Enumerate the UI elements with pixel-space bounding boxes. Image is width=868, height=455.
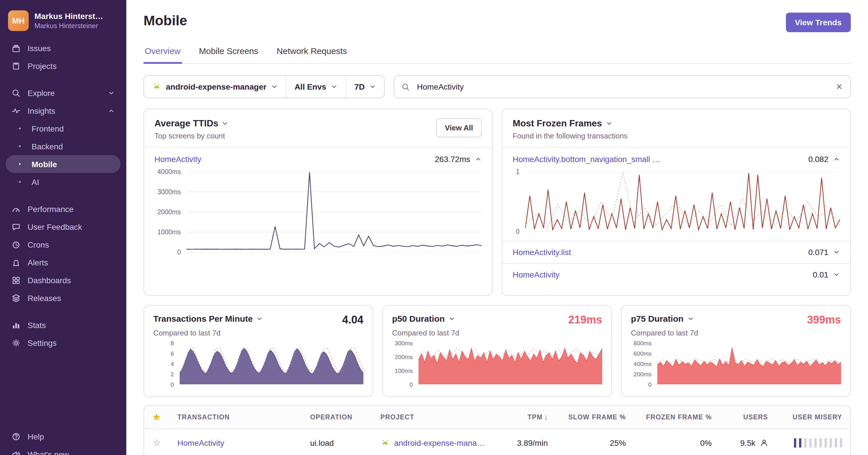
alerts-icon <box>11 258 21 267</box>
sidebar-item-explore[interactable]: Explore <box>6 84 121 102</box>
transaction-link[interactable]: HomeActivity <box>177 438 224 447</box>
column-frozen-frame[interactable]: FROZEN FRAME % <box>634 414 720 421</box>
user-menu[interactable]: MH Markus Hinterst… Markus Hintersteiner <box>0 7 126 38</box>
chevron-down-icon[interactable] <box>256 315 263 322</box>
chevron-down-icon[interactable] <box>448 315 455 322</box>
p50-chart <box>418 343 602 384</box>
column-user-misery[interactable]: USER MISERY <box>776 414 850 421</box>
column-tpm[interactable]: TPM↓ <box>493 413 556 421</box>
slow-frame-cell: 25% <box>556 438 634 447</box>
tab-overview[interactable]: Overview <box>144 46 182 64</box>
sidebar-item-label: Projects <box>28 61 57 70</box>
sidebar-item-insights[interactable]: Insights <box>6 102 121 119</box>
chevron-up-icon[interactable] <box>475 156 482 163</box>
column-transaction[interactable]: TRANSACTION <box>169 414 302 421</box>
chevron-down-icon <box>271 83 278 90</box>
card-subtitle: Compared to last 7d <box>153 329 363 337</box>
sidebar-item-label: Alerts <box>28 258 48 267</box>
users-cell: 9.5k <box>720 438 776 447</box>
avatar: MH <box>8 10 29 31</box>
insights-icon <box>11 106 21 115</box>
view-trends-button[interactable]: View Trends <box>786 12 851 32</box>
project-link[interactable]: android-expense-manager <box>394 438 485 447</box>
whats-new-icon <box>11 450 21 455</box>
chevron-down-icon[interactable] <box>687 315 694 322</box>
chevron-down-icon[interactable] <box>222 120 229 127</box>
sidebar-item-label: Dashboards <box>28 276 71 285</box>
avatar-initials: MH <box>12 16 25 25</box>
bullet-icon <box>19 163 21 165</box>
chevron-up-icon[interactable] <box>833 156 840 163</box>
chevron-down-icon <box>331 83 338 90</box>
star-icon[interactable]: ★ <box>153 412 161 422</box>
project-filter[interactable]: android-expense-manager <box>144 76 286 98</box>
table-header: ★ TRANSACTION OPERATION PROJECT TPM↓ SLO… <box>144 406 850 429</box>
help-icon <box>11 432 21 441</box>
transaction-link[interactable]: HomeActivity.bottom_navigation_small … <box>513 154 660 164</box>
column-users[interactable]: USERS <box>720 414 776 421</box>
average-ttids-card: Average TTIDs Top screens by count View … <box>144 109 493 296</box>
column-project[interactable]: PROJECT <box>372 414 493 421</box>
column-operation[interactable]: OPERATION <box>302 414 372 421</box>
bullet-icon <box>19 181 21 183</box>
transaction-link[interactable]: HomeActivity <box>154 154 201 164</box>
sidebar-item-label: Help <box>28 432 44 441</box>
app-root: MH Markus Hinterst… Markus Hintersteiner… <box>0 0 868 455</box>
frozen-frame-cell: 0% <box>634 438 720 447</box>
clear-search-button[interactable]: × <box>835 82 843 92</box>
transaction-link[interactable]: HomeActivity.list <box>513 248 571 257</box>
sidebar: MH Markus Hinterst… Markus Hintersteiner… <box>0 0 126 455</box>
favorite-button[interactable]: ☆ <box>153 437 161 448</box>
sidebar-item-settings[interactable]: Settings <box>6 334 121 351</box>
date-range-filter[interactable]: 7D <box>346 76 384 98</box>
most-frozen-frames-card: Most Frozen Frames Found in the followin… <box>502 109 851 296</box>
transaction-link[interactable]: HomeActivity <box>513 270 559 279</box>
crons-icon <box>11 240 21 249</box>
sidebar-item-user-feedback[interactable]: User Feedback <box>6 218 121 235</box>
frozen-row: HomeActivity 0.01 <box>502 263 850 286</box>
sidebar-item-frontend[interactable]: Frontend <box>6 119 121 137</box>
y-axis-labels: 86420 <box>153 343 180 384</box>
sidebar-item-label: Crons <box>28 240 49 249</box>
sidebar-item-stats[interactable]: Stats <box>6 316 121 334</box>
tpm-chart <box>180 343 363 384</box>
sidebar-item-label: Performance <box>28 204 73 214</box>
p75-duration-card: p75 Duration 399ms Compared to last 7d 8… <box>621 305 851 397</box>
y-axis-labels: 800ms600ms400ms200ms0 <box>631 343 657 384</box>
chevron-down-icon[interactable] <box>606 120 612 127</box>
sidebar-item-help[interactable]: Help <box>6 427 121 445</box>
view-all-button[interactable]: View All <box>436 118 482 137</box>
android-icon <box>152 82 161 91</box>
search-input[interactable] <box>415 82 829 92</box>
sidebar-item-whats-new[interactable]: What's new <box>6 445 121 455</box>
user-misery-cell <box>776 438 850 447</box>
sidebar-item-ai[interactable]: AI <box>6 173 121 191</box>
sidebar-item-crons[interactable]: Crons <box>6 235 121 253</box>
issues-icon <box>11 44 21 53</box>
tab-mobile-screens[interactable]: Mobile Screens <box>198 46 259 64</box>
chevron-up-icon <box>108 107 115 114</box>
column-slow-frame[interactable]: SLOW FRAME % <box>556 414 634 421</box>
tab-network-requests[interactable]: Network Requests <box>276 46 348 64</box>
chevron-down-icon[interactable] <box>833 249 840 256</box>
search-icon <box>401 82 410 91</box>
tpm-cell: 3.89/min <box>493 438 556 447</box>
y-axis-labels: 10 <box>513 172 525 231</box>
chevron-down-icon[interactable] <box>833 271 840 278</box>
sidebar-item-label: AI <box>32 177 39 187</box>
projects-icon <box>11 61 21 70</box>
user-subtitle: Markus Hintersteiner <box>34 22 103 30</box>
operation-cell: ui.load <box>302 438 372 447</box>
sidebar-item-backend[interactable]: Backend <box>6 137 121 155</box>
sidebar-item-projects[interactable]: Projects <box>6 57 121 75</box>
sidebar-item-issues[interactable]: Issues <box>6 39 121 57</box>
card-subtitle: Compared to last 7d <box>631 329 841 337</box>
sidebar-item-mobile[interactable]: Mobile <box>6 155 121 173</box>
sidebar-item-performance[interactable]: Performance <box>6 200 121 218</box>
environment-filter[interactable]: All Envs <box>286 76 346 98</box>
sidebar-item-dashboards[interactable]: Dashboards <box>6 271 121 289</box>
sidebar-item-alerts[interactable]: Alerts <box>6 253 121 271</box>
chevron-down-icon <box>369 83 376 90</box>
user-name: Markus Hinterst… <box>34 11 103 21</box>
sidebar-item-releases[interactable]: Releases <box>6 289 121 307</box>
